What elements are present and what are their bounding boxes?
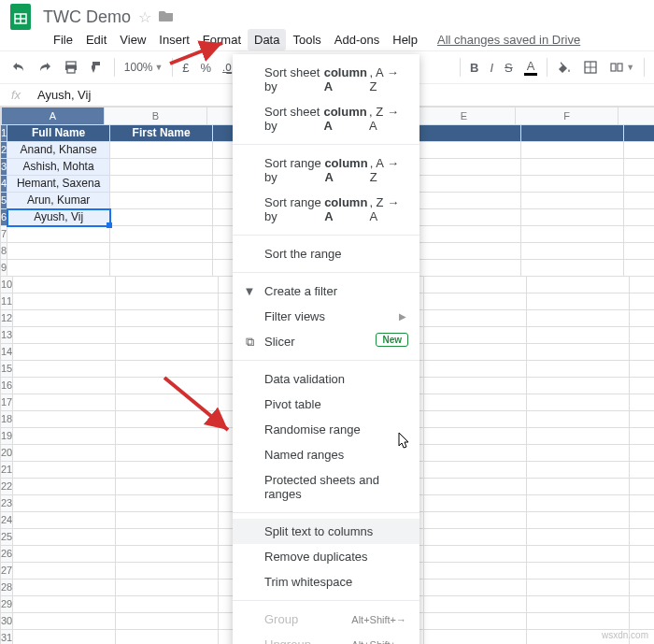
cell[interactable]	[116, 580, 219, 596]
cell[interactable]: Anand, Khanse	[7, 142, 110, 159]
cell[interactable]	[624, 209, 654, 226]
cell[interactable]	[630, 310, 654, 327]
cell[interactable]	[116, 512, 219, 529]
cell[interactable]	[624, 142, 654, 159]
cell[interactable]	[630, 479, 654, 495]
row-header[interactable]: 15	[0, 361, 13, 378]
cell[interactable]	[13, 630, 116, 644]
cell[interactable]	[624, 226, 654, 243]
cell[interactable]	[424, 596, 527, 613]
cell[interactable]: Ayush, Vij	[7, 209, 110, 226]
cell[interactable]	[424, 394, 527, 411]
paint-format-icon[interactable]	[84, 56, 110, 79]
cell[interactable]	[419, 260, 521, 277]
row-header[interactable]: 9	[0, 260, 7, 277]
cell[interactable]	[521, 260, 624, 277]
cell[interactable]	[630, 613, 654, 630]
cell[interactable]	[630, 344, 654, 361]
star-icon[interactable]: ☆	[138, 8, 151, 26]
cell[interactable]	[116, 361, 219, 378]
menu-sort-sheet-za[interactable]: Sort sheet by column A, Z → A	[233, 99, 419, 138]
cell[interactable]	[630, 378, 654, 394]
row-header[interactable]: 17	[0, 394, 13, 411]
cell[interactable]	[424, 529, 527, 546]
cell[interactable]	[630, 361, 654, 378]
undo-icon[interactable]	[6, 56, 32, 79]
cell[interactable]	[527, 596, 630, 613]
row-header[interactable]: 26	[0, 546, 13, 563]
cell[interactable]	[527, 529, 630, 546]
cell[interactable]	[624, 260, 654, 277]
row-header[interactable]: 8	[0, 243, 7, 260]
row-header[interactable]: 30	[0, 613, 13, 630]
cell[interactable]	[419, 243, 521, 260]
cell[interactable]	[116, 394, 219, 411]
cell[interactable]	[110, 176, 213, 193]
cell[interactable]	[13, 495, 116, 512]
cell[interactable]	[13, 293, 116, 310]
cell[interactable]	[624, 193, 654, 209]
row-header[interactable]: 14	[0, 344, 13, 361]
row-header[interactable]: 3	[0, 159, 7, 176]
cell[interactable]	[521, 193, 624, 209]
cell[interactable]	[424, 546, 527, 563]
cell[interactable]	[424, 630, 527, 644]
menu-filter-views[interactable]: Filter views▶	[233, 304, 419, 329]
cell[interactable]	[527, 479, 630, 495]
cell[interactable]: Full Name	[7, 125, 110, 142]
menu-slicer[interactable]: ⧉SlicerNew	[233, 329, 419, 354]
menu-data[interactable]: Data	[248, 29, 286, 50]
row-header[interactable]: 27	[0, 563, 13, 580]
menu-remove-duplicates[interactable]: Remove duplicates	[233, 544, 419, 569]
row-header[interactable]: 25	[0, 529, 13, 546]
cell[interactable]	[13, 310, 116, 327]
menu-randomise-range[interactable]: Randomise range	[233, 417, 419, 442]
cell[interactable]	[13, 327, 116, 344]
cell[interactable]	[521, 176, 624, 193]
redo-icon[interactable]	[32, 56, 58, 79]
cell[interactable]	[424, 613, 527, 630]
menu-group[interactable]: GroupAlt+Shift+→	[233, 607, 419, 632]
cell[interactable]	[630, 277, 654, 293]
cell[interactable]	[13, 394, 116, 411]
cell[interactable]	[116, 344, 219, 361]
cell[interactable]	[630, 394, 654, 411]
cell[interactable]	[424, 512, 527, 529]
cell[interactable]	[424, 277, 527, 293]
cell[interactable]	[527, 613, 630, 630]
text-color-button[interactable]: A	[519, 55, 544, 79]
cell[interactable]	[116, 327, 219, 344]
cell[interactable]	[13, 563, 116, 580]
print-icon[interactable]	[58, 56, 84, 79]
menu-help[interactable]: Help	[386, 29, 424, 50]
cell[interactable]	[630, 462, 654, 479]
column-header-F[interactable]: F	[516, 107, 618, 125]
cell[interactable]	[13, 344, 116, 361]
cell[interactable]	[110, 209, 213, 226]
merge-icon[interactable]: ▼	[604, 56, 640, 79]
cell[interactable]	[419, 159, 521, 176]
folder-icon[interactable]	[159, 9, 174, 25]
row-header[interactable]: 24	[0, 512, 13, 529]
cell[interactable]	[116, 293, 219, 310]
menu-pivot-table[interactable]: Pivot table	[233, 392, 419, 417]
cell[interactable]	[527, 563, 630, 580]
menu-edit[interactable]: Edit	[79, 29, 113, 50]
italic-button[interactable]: I	[484, 57, 499, 79]
cell[interactable]	[521, 125, 624, 142]
cell[interactable]	[13, 596, 116, 613]
column-header-B[interactable]: B	[105, 107, 207, 125]
menu-insert[interactable]: Insert	[152, 29, 196, 50]
cell[interactable]	[527, 445, 630, 462]
cell[interactable]	[13, 361, 116, 378]
cell[interactable]	[527, 495, 630, 512]
cell[interactable]	[13, 445, 116, 462]
cell[interactable]	[527, 428, 630, 445]
cell[interactable]	[116, 495, 219, 512]
row-header[interactable]: 6	[0, 209, 7, 226]
cell[interactable]	[424, 563, 527, 580]
cell[interactable]: Arun, Kumar	[7, 193, 110, 209]
row-header[interactable]: 13	[0, 327, 13, 344]
cell[interactable]	[110, 226, 213, 243]
cell[interactable]	[630, 495, 654, 512]
